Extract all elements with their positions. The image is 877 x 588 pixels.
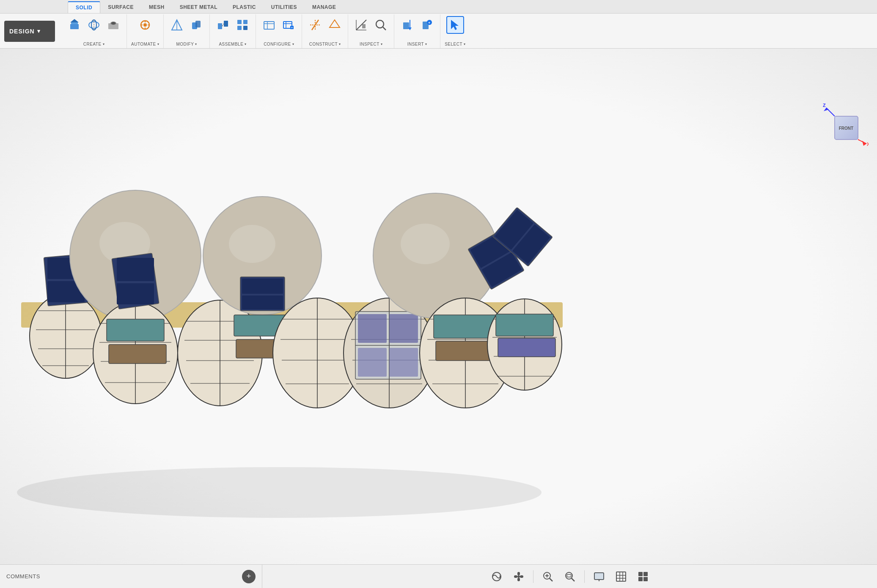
svg-text:FRONT: FRONT xyxy=(839,126,853,131)
modify-group-label[interactable]: MODIFY ▾ xyxy=(176,42,197,46)
tool-buttons-row: DESIGN ▾ CREATE ▾ xyxy=(0,14,877,49)
svg-rect-105 xyxy=(389,314,418,343)
design-label: DESIGN xyxy=(9,28,35,35)
construct-group-label[interactable]: CONSTRUCT ▾ xyxy=(309,42,341,46)
svg-point-52 xyxy=(17,467,542,518)
insert-group-label[interactable]: INSERT ▾ xyxy=(407,42,427,46)
assemble-tool2[interactable] xyxy=(234,16,251,34)
insert-arrow: ▾ xyxy=(425,42,427,46)
create-icons xyxy=(66,16,122,34)
svg-marker-51 xyxy=(451,20,459,30)
svg-point-147 xyxy=(517,575,520,578)
tab-sheet-metal[interactable]: SHEET METAL xyxy=(172,1,225,13)
svg-marker-1 xyxy=(70,19,79,22)
select-group-label[interactable]: SELECT ▾ xyxy=(445,42,465,46)
configure-tool1[interactable] xyxy=(260,16,278,34)
extrude-tool[interactable] xyxy=(66,16,83,34)
svg-rect-75 xyxy=(117,283,154,304)
assemble-tool1[interactable] xyxy=(214,16,232,34)
configure-label: CONFIGURE xyxy=(264,42,291,46)
inspect-tool2[interactable] xyxy=(372,16,390,34)
tool-group-select: SELECT ▾ xyxy=(440,14,470,48)
svg-rect-25 xyxy=(243,26,247,30)
more-display-button[interactable] xyxy=(634,569,652,585)
orbit-tool-button[interactable] xyxy=(487,569,506,585)
svg-line-44 xyxy=(383,27,386,30)
bottom-separator-1 xyxy=(533,570,533,583)
configure-icons: + xyxy=(260,16,297,34)
svg-rect-22 xyxy=(237,20,242,24)
automate-label: AUTOMATE xyxy=(131,42,156,46)
assemble-group-label[interactable]: ASSEMBLE ▾ xyxy=(219,42,246,46)
svg-rect-145 xyxy=(520,575,523,578)
svg-point-43 xyxy=(376,20,384,28)
tab-mesh[interactable]: MESH xyxy=(141,1,172,13)
hole-tool[interactable] xyxy=(104,16,122,34)
construct-label: CONSTRUCT xyxy=(309,42,338,46)
inspect-tool1[interactable] xyxy=(352,16,370,34)
viewport[interactable]: FRONT Z X xyxy=(0,49,877,564)
insert-tool2[interactable]: + xyxy=(418,16,436,34)
tab-solid[interactable]: SOLID xyxy=(68,1,100,13)
svg-marker-136 xyxy=(824,108,829,111)
select-tool[interactable] xyxy=(446,16,464,34)
bottom-tools xyxy=(262,569,877,585)
svg-rect-106 xyxy=(358,348,387,377)
svg-rect-0 xyxy=(70,24,79,29)
tab-utilities[interactable]: UTILITIES xyxy=(264,1,305,13)
configure-group-label[interactable]: CONFIGURE ▾ xyxy=(264,42,294,46)
tool-group-create: CREATE ▾ xyxy=(61,14,127,48)
inspect-label: INSPECT xyxy=(360,42,379,46)
modify-tool2[interactable] xyxy=(187,16,205,34)
create-group-label[interactable]: CREATE ▾ xyxy=(83,42,104,46)
create-arrow: ▾ xyxy=(103,42,105,46)
svg-rect-18 xyxy=(195,21,201,27)
design-dropdown[interactable]: DESIGN ▾ xyxy=(4,21,55,42)
inspect-group-label[interactable]: INSPECT ▾ xyxy=(360,42,382,46)
svg-rect-165 xyxy=(643,572,648,576)
tool-group-insert: + INSERT ▾ xyxy=(394,14,440,48)
revolve-tool[interactable] xyxy=(85,16,103,34)
tool-group-modify: MODIFY ▾ xyxy=(164,14,210,48)
assemble-arrow: ▾ xyxy=(245,42,247,46)
svg-line-21 xyxy=(222,24,224,26)
select-arrow: ▾ xyxy=(464,42,466,46)
display-settings-button[interactable] xyxy=(590,569,608,585)
inspect-arrow: ▾ xyxy=(381,42,383,46)
insert-label: INSERT xyxy=(407,42,424,46)
svg-rect-156 xyxy=(594,573,604,580)
svg-rect-2 xyxy=(71,22,78,24)
construct-tool2[interactable] xyxy=(326,16,344,34)
automate-arrow: ▾ xyxy=(157,42,159,46)
tool-group-inspect: INSPECT ▾ xyxy=(348,14,394,48)
comments-add-button[interactable]: + xyxy=(242,570,256,583)
inspect-icons xyxy=(352,16,390,34)
svg-rect-88 xyxy=(242,295,283,309)
comments-add-icon: + xyxy=(247,572,251,581)
automate-tool[interactable] xyxy=(136,16,154,34)
model-area xyxy=(0,49,877,564)
grid-button[interactable] xyxy=(612,569,630,585)
svg-rect-144 xyxy=(514,575,517,578)
tab-manage[interactable]: MANAGE xyxy=(305,1,344,13)
construct-icons xyxy=(306,16,344,34)
zoom-window-button[interactable] xyxy=(561,569,579,585)
axis-indicator[interactable]: FRONT Z X xyxy=(818,104,869,150)
tab-plastic[interactable]: PLASTIC xyxy=(225,1,264,13)
zoom-fit-button[interactable] xyxy=(539,569,557,585)
design-arrow: ▾ xyxy=(37,28,40,34)
tool-group-construct: CONSTRUCT ▾ xyxy=(302,14,348,48)
insert-tool1[interactable] xyxy=(399,16,416,34)
modify-tool1[interactable] xyxy=(168,16,186,34)
pan-tool-button[interactable] xyxy=(509,569,528,585)
svg-point-109 xyxy=(401,224,450,264)
comments-label: COMMENTS xyxy=(6,573,40,580)
modify-icons xyxy=(168,16,205,34)
tab-surface[interactable]: SURFACE xyxy=(100,1,141,13)
configure-tool2[interactable]: + xyxy=(280,16,297,34)
svg-text:+: + xyxy=(428,21,430,25)
automate-group-label[interactable]: AUTOMATE ▾ xyxy=(131,42,159,46)
configure-arrow: ▾ xyxy=(292,42,294,46)
svg-rect-167 xyxy=(643,577,648,581)
construct-tool1[interactable] xyxy=(306,16,324,34)
